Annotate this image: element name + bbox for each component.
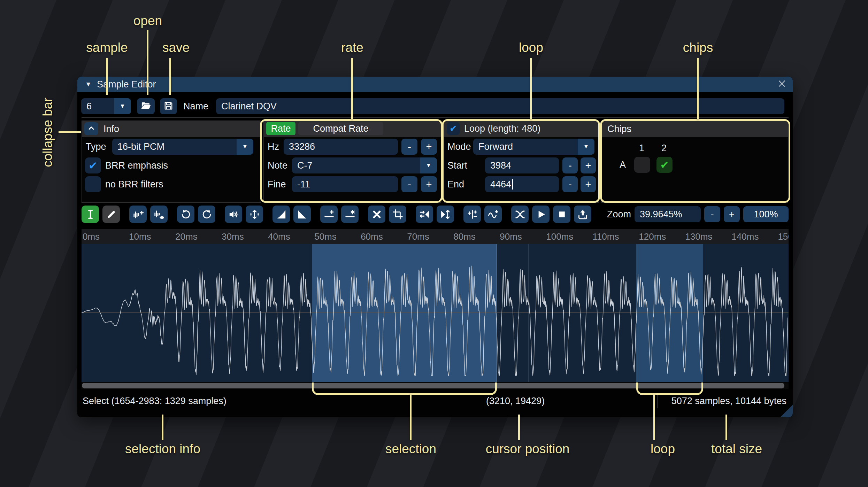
ruler-label: 80ms	[453, 229, 476, 244]
dropdown-arrow-icon[interactable]: ▼	[114, 98, 131, 114]
resize-button[interactable]	[129, 206, 147, 223]
sample-name-value: Clarinet DQV	[216, 101, 277, 112]
ruler-label: 150ms	[778, 229, 789, 244]
annotation-line-selection	[410, 394, 412, 440]
reverse-button[interactable]	[416, 206, 433, 223]
check-icon: ✔	[89, 159, 98, 172]
window-titlebar[interactable]: ▼ Sample Editor	[77, 77, 793, 92]
ruler-label: 50ms	[314, 229, 337, 244]
chevron-up-icon	[87, 124, 96, 134]
redo-button[interactable]	[198, 206, 215, 223]
annotation-line-collapse-bar	[59, 131, 81, 133]
ruler-label: 110ms	[592, 229, 619, 244]
separator	[82, 226, 789, 226]
edit-toolbar: Zoom 39.9645% - + 100%	[82, 205, 789, 224]
fade-in-icon	[276, 209, 287, 220]
speaker-icon	[228, 209, 239, 220]
no-brr-filters-label: no BRR filters	[105, 176, 163, 192]
annotation-line-open	[147, 30, 148, 95]
crop-icon	[392, 209, 404, 220]
ruler-label: 120ms	[639, 229, 666, 244]
signed-unsigned-button[interactable]	[463, 206, 481, 223]
waveform-plot	[82, 244, 788, 382]
zoom-value: 39.9645%	[635, 209, 682, 220]
line-plus-icon	[323, 209, 335, 220]
annotation-box-loop	[442, 119, 600, 203]
wave-arrows-icon	[153, 209, 165, 220]
invert-button[interactable]	[437, 206, 454, 223]
save-sample-button[interactable]	[160, 98, 177, 114]
waveform-view[interactable]	[82, 244, 789, 382]
apply-filter-button[interactable]	[484, 206, 502, 223]
annotation-open: open	[133, 14, 162, 28]
close-icon	[777, 78, 787, 90]
wave-plus-icon	[132, 209, 144, 220]
filter-wave-icon	[487, 209, 499, 220]
stop-preview-button[interactable]	[553, 206, 570, 223]
sample-type-value: 16-bit PCM	[112, 141, 164, 152]
undo-button[interactable]	[177, 206, 194, 223]
sample-name-input[interactable]: Clarinet DQV	[216, 98, 784, 114]
fade-out-button[interactable]	[293, 206, 311, 223]
time-ruler[interactable]: 0ms10ms20ms30ms40ms50ms60ms70ms80ms90ms1…	[82, 229, 789, 244]
ruler-label: 10ms	[129, 229, 151, 244]
ruler-label: 130ms	[685, 229, 712, 244]
annotation-save: save	[162, 40, 190, 55]
type-label: Type	[86, 139, 106, 155]
sample-number-value: 6	[81, 101, 92, 112]
close-button[interactable]	[775, 78, 789, 90]
annotation-chips: chips	[683, 40, 713, 55]
ruler-label: 0ms	[83, 229, 100, 244]
ruler-label: 70ms	[407, 229, 429, 244]
ruler-label: 100ms	[546, 229, 573, 244]
annotation-box-chips	[600, 119, 790, 203]
annotation-line-rate	[351, 58, 353, 119]
preview-sample-button[interactable]	[532, 206, 550, 223]
ruler-label: 60ms	[361, 229, 383, 244]
annotation-sample: sample	[86, 40, 128, 55]
dropdown-arrow-icon[interactable]: ▼	[237, 139, 253, 155]
window-resize-grip[interactable]	[780, 405, 793, 417]
brr-emphasis-label: BRR emphasis	[105, 157, 168, 173]
annotation-line-loop-top	[530, 58, 532, 119]
info-panel-title: Info	[103, 121, 119, 137]
import-button[interactable]	[574, 206, 591, 223]
no-brr-filters-checkbox[interactable]: ✔	[85, 176, 101, 192]
zoom-label: Zoom	[607, 209, 631, 220]
arrows-vertical-icon	[249, 209, 260, 220]
collapse-bar-button[interactable]	[84, 122, 98, 135]
upload-icon	[577, 209, 589, 220]
crossfade-loop-button[interactable]	[511, 206, 529, 223]
brr-emphasis-checkbox[interactable]: ✔	[85, 157, 101, 173]
amplify-button[interactable]	[225, 206, 242, 223]
annotation-loop-bottom: loop	[651, 442, 675, 456]
apply-silence-button[interactable]	[341, 206, 359, 223]
sample-type-select[interactable]: 16-bit PCM ▼	[112, 139, 253, 155]
ruler-label: 20ms	[175, 229, 198, 244]
annotation-line-cursor-position	[518, 415, 520, 440]
window-collapse-icon[interactable]: ▼	[85, 77, 92, 92]
annotation-selection: selection	[385, 442, 436, 456]
zoom-reset-button[interactable]: 100%	[743, 206, 789, 222]
annotation-box-rate	[260, 119, 443, 203]
annotation-total-size: total size	[711, 442, 762, 456]
zoom-in-button[interactable]: +	[724, 206, 740, 222]
redo-icon	[201, 209, 213, 220]
fade-out-icon	[297, 209, 308, 220]
zoom-input[interactable]: 39.9645%	[635, 206, 701, 222]
separator	[82, 117, 789, 118]
edit-mode-select-button[interactable]	[82, 206, 99, 223]
edit-mode-draw-button[interactable]	[102, 206, 120, 223]
zoom-out-button[interactable]: -	[704, 206, 720, 222]
desktop-background: ▼ Sample Editor 6 ▼ Name Clarinet DQV	[0, 0, 868, 487]
delete-button[interactable]	[368, 206, 385, 223]
pencil-icon	[106, 209, 117, 220]
fade-in-button[interactable]	[272, 206, 290, 223]
normalize-button[interactable]	[246, 206, 263, 223]
open-sample-button[interactable]	[137, 98, 155, 114]
reverse-icon	[419, 209, 430, 220]
insert-silence-button[interactable]	[320, 206, 338, 223]
sample-number-select[interactable]: 6 ▼	[81, 98, 131, 114]
resample-button[interactable]	[150, 206, 168, 223]
trim-button[interactable]	[389, 206, 406, 223]
